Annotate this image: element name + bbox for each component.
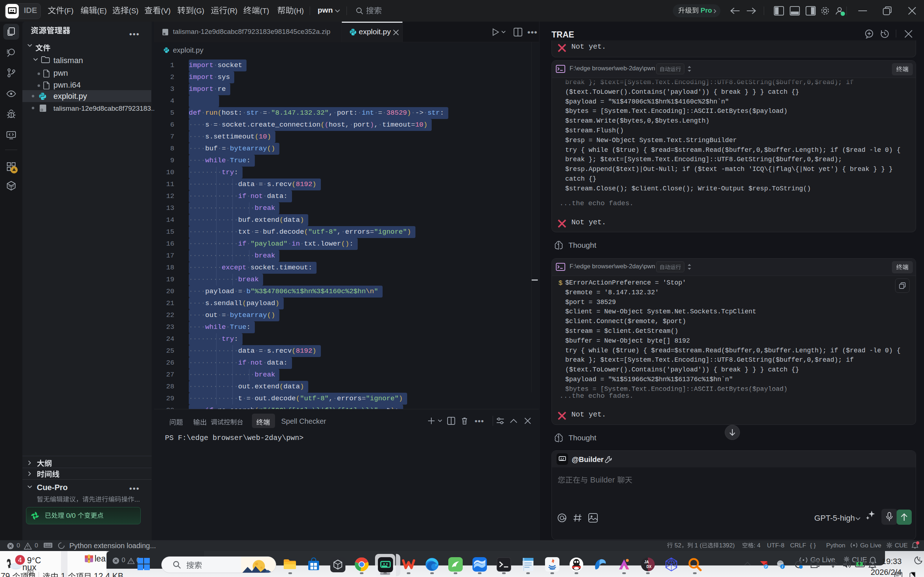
- svg-text:i: i: [782, 565, 783, 569]
- svg-text:DX: DX: [646, 565, 651, 569]
- svg-text:z: z: [919, 556, 921, 561]
- svg-text:JA: JA: [644, 560, 649, 564]
